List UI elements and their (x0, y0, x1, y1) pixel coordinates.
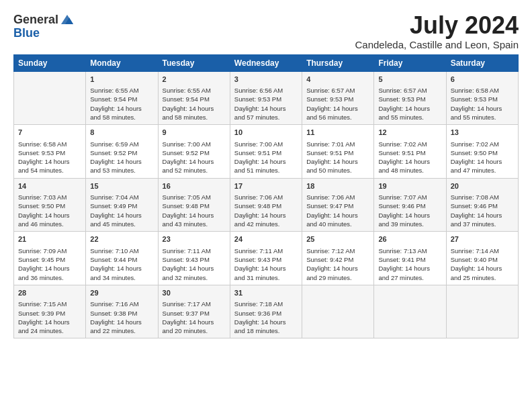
cell-content-line: Daylight: 14 hours (234, 157, 298, 166)
cell-content-line: and 55 minutes. (378, 113, 441, 122)
day-number: 31 (234, 288, 298, 298)
cell-content-line: and 36 minutes. (18, 273, 81, 282)
cell-content-line: and 46 minutes. (18, 220, 81, 228)
table-row: 29Sunrise: 7:16 AMSunset: 9:38 PMDayligh… (86, 285, 158, 338)
table-row: 28Sunrise: 7:15 AMSunset: 9:39 PMDayligh… (14, 285, 86, 338)
page: General Blue July 2024 Candeleda, Castil… (0, 0, 532, 345)
day-number: 26 (378, 234, 441, 244)
calendar-week-row: 28Sunrise: 7:15 AMSunset: 9:39 PMDayligh… (14, 285, 519, 338)
calendar-week-row: 21Sunrise: 7:09 AMSunset: 9:45 PMDayligh… (14, 232, 519, 285)
table-row: 10Sunrise: 7:00 AMSunset: 9:51 PMDayligh… (230, 125, 302, 179)
cell-content-line: and 37 minutes. (451, 220, 514, 228)
cell-content-line: Sunset: 9:40 PM (451, 255, 514, 264)
table-row: 12Sunrise: 7:02 AMSunset: 9:51 PMDayligh… (374, 125, 446, 179)
cell-content-line: Sunrise: 6:58 AM (18, 140, 81, 148)
cell-content-line: Sunset: 9:53 PM (451, 95, 514, 103)
day-number: 6 (451, 75, 514, 85)
table-row: 26Sunrise: 7:13 AMSunset: 9:41 PMDayligh… (374, 232, 446, 285)
cell-content-line: Sunrise: 7:07 AM (378, 193, 441, 201)
table-row (302, 285, 374, 338)
cell-content-line: Daylight: 14 hours (306, 157, 369, 166)
day-number: 28 (18, 288, 81, 298)
cell-content-line: Sunset: 9:42 PM (306, 255, 369, 264)
cell-content-line: Sunset: 9:47 PM (306, 201, 369, 210)
cell-content-line: Daylight: 14 hours (18, 157, 81, 166)
table-row: 6Sunrise: 6:58 AMSunset: 9:53 PMDaylight… (446, 71, 518, 125)
col-friday: Friday (374, 54, 446, 71)
cell-content-line: Daylight: 14 hours (451, 264, 514, 273)
cell-content-line: Sunset: 9:43 PM (234, 255, 298, 264)
logo-blue: Blue (13, 27, 75, 39)
table-row: 9Sunrise: 7:00 AMSunset: 9:52 PMDaylight… (158, 125, 230, 179)
day-number: 19 (378, 181, 441, 191)
cell-content-line: Sunrise: 7:00 AM (234, 140, 298, 148)
cell-content-line: Sunrise: 7:16 AM (90, 300, 153, 308)
day-number: 16 (163, 181, 226, 191)
cell-content-line: and 51 minutes. (234, 166, 298, 175)
day-number: 20 (451, 181, 514, 191)
cell-content-line: and 55 minutes. (451, 113, 514, 122)
table-row: 22Sunrise: 7:10 AMSunset: 9:44 PMDayligh… (86, 232, 158, 285)
cell-content-line: Sunrise: 7:00 AM (163, 140, 226, 148)
cell-content-line: Sunrise: 6:57 AM (378, 86, 441, 95)
col-tuesday: Tuesday (158, 54, 230, 71)
cell-content-line: Sunset: 9:44 PM (90, 255, 153, 264)
day-number: 7 (18, 128, 81, 138)
cell-content-line: Sunrise: 6:56 AM (234, 86, 298, 95)
month-year-title: July 2024 (355, 12, 519, 39)
cell-content-line: Sunset: 9:43 PM (163, 255, 226, 264)
cell-content-line: Daylight: 14 hours (306, 264, 369, 273)
cell-content-line: Sunrise: 7:04 AM (90, 193, 153, 201)
cell-content-line: Sunset: 9:51 PM (306, 148, 369, 157)
cell-content-line: and 24 minutes. (18, 326, 81, 335)
day-number: 15 (90, 181, 153, 191)
table-row: 30Sunrise: 7:17 AMSunset: 9:37 PMDayligh… (158, 285, 230, 338)
cell-content-line: Sunrise: 6:55 AM (163, 86, 226, 95)
cell-content-line: and 31 minutes. (234, 273, 298, 282)
col-monday: Monday (86, 54, 158, 71)
day-number: 5 (378, 75, 441, 85)
cell-content-line: Sunrise: 7:08 AM (451, 193, 514, 201)
cell-content-line: Sunset: 9:36 PM (234, 309, 298, 318)
table-row: 17Sunrise: 7:06 AMSunset: 9:48 PMDayligh… (230, 178, 302, 232)
table-row: 25Sunrise: 7:12 AMSunset: 9:42 PMDayligh… (302, 232, 374, 285)
day-number: 12 (378, 128, 441, 138)
calendar-table: Sunday Monday Tuesday Wednesday Thursday… (13, 54, 519, 339)
cell-content-line: Sunset: 9:38 PM (90, 309, 153, 318)
cell-content-line: Daylight: 14 hours (163, 264, 226, 273)
cell-content-line: and 52 minutes. (163, 166, 226, 175)
cell-content-line: and 58 minutes. (90, 113, 153, 122)
table-row: 11Sunrise: 7:01 AMSunset: 9:51 PMDayligh… (302, 125, 374, 179)
cell-content-line: Sunset: 9:49 PM (90, 201, 153, 210)
day-number: 1 (90, 75, 153, 85)
cell-content-line: Sunset: 9:51 PM (378, 148, 441, 157)
cell-content-line: Daylight: 14 hours (163, 157, 226, 166)
day-number: 30 (163, 288, 226, 298)
day-number: 3 (234, 75, 298, 85)
cell-content-line: and 58 minutes. (163, 113, 226, 122)
day-number: 10 (234, 128, 298, 138)
table-row: 19Sunrise: 7:07 AMSunset: 9:46 PMDayligh… (374, 178, 446, 232)
cell-content-line: Sunset: 9:54 PM (163, 95, 226, 103)
cell-content-line: Daylight: 14 hours (90, 264, 153, 273)
col-sunday: Sunday (14, 54, 86, 71)
cell-content-line: Sunrise: 7:02 AM (451, 140, 514, 148)
table-row: 13Sunrise: 7:02 AMSunset: 9:50 PMDayligh… (446, 125, 518, 179)
cell-content-line: and 29 minutes. (306, 273, 369, 282)
table-row: 18Sunrise: 7:06 AMSunset: 9:47 PMDayligh… (302, 178, 374, 232)
table-row: 24Sunrise: 7:11 AMSunset: 9:43 PMDayligh… (230, 232, 302, 285)
cell-content-line: Sunrise: 7:06 AM (306, 193, 369, 201)
cell-content-line: Sunrise: 7:11 AM (163, 246, 226, 255)
calendar-week-row: 7Sunrise: 6:58 AMSunset: 9:53 PMDaylight… (14, 125, 519, 179)
cell-content-line: Sunrise: 7:05 AM (163, 193, 226, 201)
day-number: 9 (163, 128, 226, 138)
col-saturday: Saturday (446, 54, 518, 71)
cell-content-line: Daylight: 14 hours (378, 211, 441, 220)
table-row: 27Sunrise: 7:14 AMSunset: 9:40 PMDayligh… (446, 232, 518, 285)
cell-content-line: Daylight: 14 hours (163, 318, 226, 326)
cell-content-line: Sunrise: 7:01 AM (306, 140, 369, 148)
cell-content-line: Daylight: 14 hours (234, 318, 298, 326)
location-subtitle: Candeleda, Castille and Leon, Spain (355, 39, 519, 50)
table-row (14, 71, 86, 125)
day-number: 17 (234, 181, 298, 191)
